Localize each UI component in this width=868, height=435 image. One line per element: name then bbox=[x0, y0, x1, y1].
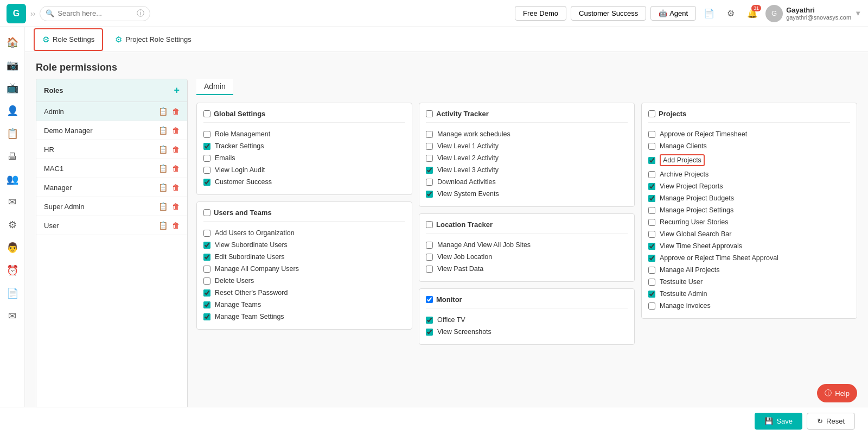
sidebar-item-clock[interactable]: ⏰ bbox=[3, 261, 22, 280]
copy-role-icon[interactable]: 📋 bbox=[158, 164, 168, 173]
copy-role-icon[interactable]: 📋 bbox=[158, 183, 168, 192]
perm-checkbox[interactable] bbox=[648, 255, 655, 262]
role-item[interactable]: Demo Manager 📋 🗑 bbox=[36, 121, 187, 140]
perm-checkbox[interactable] bbox=[648, 291, 655, 298]
tab-project-role-settings[interactable]: ⚙ Project Role Settings bbox=[107, 29, 199, 50]
section-monitor-checkbox[interactable] bbox=[426, 296, 433, 303]
perm-checkbox[interactable] bbox=[648, 267, 655, 274]
perm-checkbox[interactable] bbox=[648, 219, 655, 226]
perm-checkbox[interactable] bbox=[648, 279, 655, 286]
perm-checkbox[interactable] bbox=[648, 195, 655, 202]
role-item[interactable]: Super Admin 📋 🗑 bbox=[36, 197, 187, 216]
sidebar-item-projects[interactable]: 📋 bbox=[3, 124, 22, 143]
save-button[interactable]: 💾 Save bbox=[755, 413, 802, 430]
perm-checkbox[interactable] bbox=[203, 179, 210, 186]
delete-role-icon[interactable]: 🗑 bbox=[172, 183, 180, 192]
delete-role-icon[interactable]: 🗑 bbox=[172, 164, 180, 173]
sidebar-item-monitor[interactable]: 🖶 bbox=[3, 147, 22, 166]
delete-role-icon[interactable]: 🗑 bbox=[172, 202, 180, 211]
perm-checkbox[interactable] bbox=[648, 157, 655, 164]
perm-checkbox[interactable] bbox=[648, 131, 655, 138]
copy-role-icon[interactable]: 📋 bbox=[158, 202, 168, 211]
user-menu[interactable]: G Gayathri gayathri@snovasys.com ▼ bbox=[765, 5, 861, 22]
role-item[interactable]: HR 📋 🗑 bbox=[36, 140, 187, 159]
perm-checkbox[interactable] bbox=[426, 191, 433, 198]
delete-role-icon[interactable]: 🗑 bbox=[172, 145, 180, 154]
save-icon: 💾 bbox=[764, 417, 773, 425]
copy-role-icon[interactable]: 📋 bbox=[158, 107, 168, 116]
perm-checkbox[interactable] bbox=[203, 266, 210, 273]
perm-checkbox[interactable] bbox=[426, 266, 433, 273]
sidebar-item-person[interactable]: 👨 bbox=[3, 238, 22, 257]
perm-checkbox[interactable] bbox=[203, 242, 210, 249]
sidebar-item-settings[interactable]: ⚙ bbox=[3, 215, 22, 235]
perm-checkbox[interactable] bbox=[648, 243, 655, 250]
role-item[interactable]: Manager 📋 🗑 bbox=[36, 178, 187, 197]
perm-checkbox[interactable] bbox=[203, 289, 210, 297]
agent-button[interactable]: 🤖 Agent bbox=[650, 6, 696, 21]
perm-checkbox[interactable] bbox=[426, 179, 433, 186]
perm-item: Manage All Projects bbox=[648, 264, 850, 276]
perm-checkbox[interactable] bbox=[426, 254, 433, 261]
perm-checkbox[interactable] bbox=[426, 317, 433, 324]
copy-role-icon[interactable]: 📋 bbox=[158, 145, 168, 154]
search-bar: 🔍 ⓘ bbox=[40, 6, 150, 21]
add-role-button[interactable]: + bbox=[174, 85, 180, 96]
perm-checkbox[interactable] bbox=[203, 230, 210, 237]
sidebar-item-home[interactable]: 🏠 bbox=[3, 33, 22, 52]
customer-success-button[interactable]: Customer Success bbox=[571, 6, 646, 21]
perm-checkbox[interactable] bbox=[648, 183, 655, 190]
section-activity-tracker-checkbox[interactable] bbox=[426, 110, 433, 117]
perm-checkbox[interactable] bbox=[648, 171, 655, 178]
delete-role-icon[interactable]: 🗑 bbox=[172, 107, 180, 116]
sidebar-item-send[interactable]: ✉ bbox=[3, 306, 22, 326]
delete-role-icon[interactable]: 🗑 bbox=[172, 221, 180, 230]
perm-checkbox[interactable] bbox=[203, 143, 210, 150]
role-item[interactable]: Admin 📋 🗑 bbox=[36, 102, 187, 121]
sidebar-item-mail[interactable]: ✉ bbox=[3, 192, 22, 212]
perm-item: Approve or Reject Timesheet bbox=[648, 128, 850, 140]
perm-checkbox[interactable] bbox=[426, 242, 433, 249]
search-input[interactable] bbox=[58, 9, 133, 17]
sidebar-item-tv[interactable]: 📺 bbox=[3, 78, 22, 98]
nav-expand-icon[interactable]: ›› bbox=[30, 9, 35, 18]
perm-checkbox[interactable] bbox=[648, 207, 655, 214]
perm-item: Customer Success bbox=[203, 176, 405, 188]
free-demo-button[interactable]: Free Demo bbox=[515, 6, 566, 21]
doc-icon-button[interactable]: 📄 bbox=[700, 5, 718, 22]
perm-checkbox[interactable] bbox=[203, 278, 210, 285]
section-location-tracker-checkbox[interactable] bbox=[426, 221, 433, 228]
settings-icon-button[interactable]: ⚙ bbox=[722, 5, 739, 22]
perm-checkbox[interactable] bbox=[426, 155, 433, 162]
delete-role-icon[interactable]: 🗑 bbox=[172, 126, 180, 135]
perm-checkbox[interactable] bbox=[203, 301, 210, 308]
section-users-teams-checkbox[interactable] bbox=[203, 209, 210, 216]
perm-checkbox[interactable] bbox=[203, 131, 210, 138]
perm-checkbox[interactable] bbox=[203, 254, 210, 261]
perm-checkbox[interactable] bbox=[426, 167, 433, 174]
sidebar-item-activity[interactable]: 📷 bbox=[3, 55, 22, 75]
sidebar-item-report[interactable]: 📄 bbox=[3, 283, 22, 303]
perm-checkbox[interactable] bbox=[648, 231, 655, 238]
role-item[interactable]: User 📋 🗑 bbox=[36, 216, 187, 235]
reset-button[interactable]: ↻ Reset bbox=[807, 413, 855, 430]
perm-checkbox[interactable] bbox=[203, 167, 210, 174]
perm-checkbox[interactable] bbox=[426, 329, 433, 336]
section-global-settings-checkbox[interactable] bbox=[203, 110, 210, 117]
perm-checkbox[interactable] bbox=[426, 131, 433, 138]
sidebar-item-teams[interactable]: 👥 bbox=[3, 169, 22, 189]
copy-role-icon[interactable]: 📋 bbox=[158, 221, 168, 230]
role-item[interactable]: MAC1 📋 🗑 bbox=[36, 159, 187, 178]
perm-label: Testsuite User bbox=[660, 278, 703, 286]
perm-checkbox[interactable] bbox=[648, 143, 655, 150]
copy-role-icon[interactable]: 📋 bbox=[158, 126, 168, 135]
section-projects-checkbox[interactable] bbox=[648, 110, 655, 117]
tab-role-settings[interactable]: ⚙ Role Settings bbox=[34, 28, 103, 51]
sidebar-item-users[interactable]: 👤 bbox=[3, 101, 22, 121]
perm-checkbox[interactable] bbox=[426, 143, 433, 150]
perm-checkbox[interactable] bbox=[203, 155, 210, 162]
perm-checkbox[interactable] bbox=[203, 313, 210, 320]
perm-checkbox[interactable] bbox=[648, 302, 655, 310]
notifications-button[interactable]: 🔔 31 bbox=[744, 5, 761, 22]
help-button[interactable]: ⓘ Help bbox=[817, 384, 857, 402]
